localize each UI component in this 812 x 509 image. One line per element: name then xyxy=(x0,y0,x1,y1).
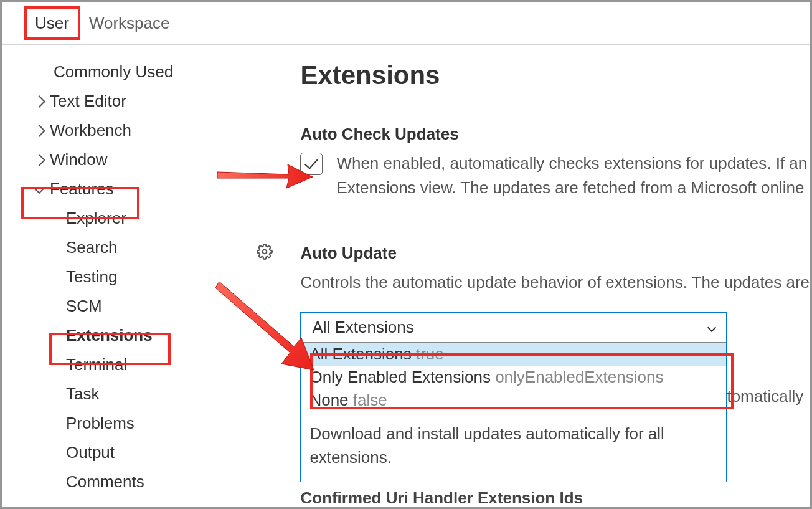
option-all-extensions[interactable]: All Extensions true xyxy=(301,343,726,366)
chevron-down-icon xyxy=(33,181,45,194)
settings-scope-tabs: User Workspace xyxy=(2,2,810,45)
option-hint: Download and install updates automatical… xyxy=(301,412,726,482)
setting-title: Confirmed Uri Handler Extension Ids xyxy=(300,488,810,508)
chevron-right-icon xyxy=(33,125,45,137)
sidebar-item-label: Workbench xyxy=(50,121,131,140)
sidebar-item-workbench[interactable]: Workbench xyxy=(35,116,272,145)
sidebar-item-window[interactable]: Window xyxy=(35,145,272,174)
sidebar-item-testing[interactable]: Testing xyxy=(35,262,272,292)
chevron-right-icon xyxy=(33,95,45,108)
page-title: Extensions xyxy=(300,60,810,90)
checkmark-icon xyxy=(304,155,318,169)
settings-tree: Commonly Used Text Editor Workbench Wind… xyxy=(2,57,272,507)
sidebar-item-label: Window xyxy=(50,150,107,169)
setting-title: Auto Update xyxy=(300,244,810,263)
select-head[interactable]: All Extensions xyxy=(301,313,726,342)
tab-workspace[interactable]: Workspace xyxy=(89,14,170,33)
option-none[interactable]: None false xyxy=(301,389,726,412)
setting-auto-check-updates: Auto Check Updates When enabled, automat… xyxy=(300,125,810,200)
gear-icon[interactable] xyxy=(257,244,273,260)
sidebar-item-features[interactable]: Features xyxy=(35,174,272,204)
sidebar-item-comments[interactable]: Comments xyxy=(35,467,272,497)
option-only-enabled-extensions[interactable]: Only Enabled Extensions onlyEnabledExten… xyxy=(301,366,726,389)
select-value: All Extensions xyxy=(312,318,413,337)
setting-auto-update: Auto Update Controls the automatic updat… xyxy=(300,244,810,508)
sidebar-item-problems[interactable]: Problems xyxy=(35,409,272,438)
tab-user[interactable]: User xyxy=(35,14,69,33)
chevron-down-icon xyxy=(707,323,716,331)
setting-description: Controls the automatic update behavior o… xyxy=(300,270,810,295)
setting-description: When enabled, automatically checks exten… xyxy=(336,151,807,200)
sidebar-item-extensions[interactable]: Extensions xyxy=(35,321,272,350)
setting-title: Auto Check Updates xyxy=(300,125,810,144)
auto-check-updates-checkbox[interactable] xyxy=(300,153,323,175)
sidebar-item-terminal[interactable]: Terminal xyxy=(35,350,272,379)
sidebar-item-search[interactable]: Search xyxy=(35,233,272,262)
sidebar-item-commonly-used[interactable]: Commonly Used xyxy=(35,57,272,87)
truncated-text: tomatically xyxy=(727,387,803,406)
sidebar-item-text-editor[interactable]: Text Editor xyxy=(35,87,272,116)
sidebar-item-label: Features xyxy=(50,179,114,199)
sidebar-item-scm[interactable]: SCM xyxy=(35,292,272,321)
sidebar-item-explorer[interactable]: Explorer xyxy=(35,204,272,233)
settings-main: Extensions Auto Check Updates When enabl… xyxy=(272,57,810,507)
sidebar-item-task[interactable]: Task xyxy=(35,379,272,409)
select-options: All Extensions true Only Enabled Extensi… xyxy=(301,342,726,482)
auto-update-select[interactable]: All Extensions All Extensions true Only … xyxy=(300,312,727,482)
svg-point-0 xyxy=(263,250,267,254)
chevron-right-icon xyxy=(33,154,45,166)
sidebar-item-label: Commonly Used xyxy=(54,62,173,82)
sidebar-item-output[interactable]: Output xyxy=(35,438,272,467)
sidebar-item-label: Text Editor xyxy=(50,92,126,111)
